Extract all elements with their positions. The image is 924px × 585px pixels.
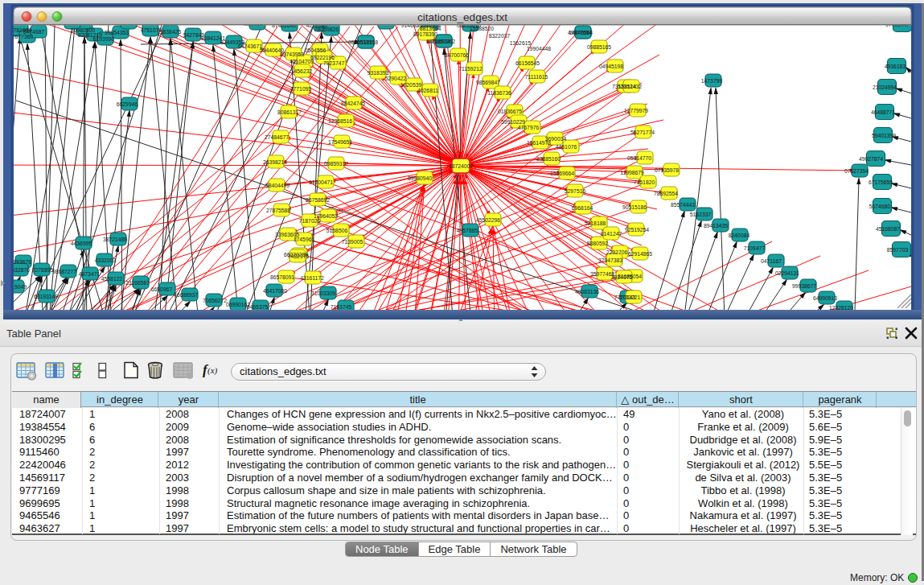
svg-text:67175655: 67175655	[869, 179, 893, 185]
svg-text:78892554: 78892554	[654, 191, 678, 196]
svg-text:4936183: 4936183	[885, 64, 906, 69]
svg-text:38721489: 38721489	[103, 237, 127, 242]
svg-text:4451076: 4451076	[556, 144, 577, 150]
svg-text:7109477: 7109477	[744, 245, 766, 251]
svg-text:6629946: 6629946	[117, 101, 138, 107]
svg-text:4751079: 4751079	[141, 27, 162, 33]
svg-text:84700766: 84700766	[445, 52, 469, 58]
svg-text:6690967: 6690967	[151, 286, 173, 292]
svg-text:71159212: 71159212	[458, 66, 483, 72]
svg-text:48083136: 48083136	[575, 289, 599, 295]
svg-text:4436995: 4436995	[71, 241, 92, 246]
svg-text:11836736: 11836736	[487, 90, 511, 96]
svg-text:07935978: 07935978	[655, 167, 679, 173]
svg-text:23166587: 23166587	[125, 280, 150, 286]
svg-text:46417080: 46417080	[263, 288, 287, 294]
svg-text:27875588: 27875588	[266, 208, 290, 213]
svg-text:7482175: 7482175	[288, 253, 310, 259]
svg-text:4771093: 4771093	[290, 86, 312, 92]
svg-text:61200471: 61200471	[309, 179, 333, 185]
svg-text:(x): (x)	[207, 365, 218, 376]
svg-text:37947383: 37947383	[598, 257, 622, 263]
svg-text:6474687: 6474687	[23, 29, 45, 35]
svg-text:8322037: 8322037	[489, 33, 511, 39]
svg-text:09885165: 09885165	[587, 44, 611, 50]
svg-text:4558122: 4558122	[101, 276, 123, 282]
svg-text:66156545: 66156545	[515, 60, 540, 66]
svg-text:1456232: 1456232	[291, 68, 313, 74]
svg-text:15588520: 15588520	[470, 26, 494, 31]
svg-text:59401399: 59401399	[872, 133, 896, 138]
svg-text:92519254: 92519254	[625, 227, 649, 233]
svg-text:28059826: 28059826	[314, 27, 339, 32]
svg-text:04945198: 04945198	[599, 64, 623, 69]
svg-text:7151820: 7151820	[634, 179, 655, 185]
svg-text:4332003: 4332003	[95, 257, 117, 263]
svg-text:5297516: 5297516	[565, 188, 586, 194]
svg-text:18724007: 18724007	[449, 163, 473, 169]
svg-text:02294131: 02294131	[775, 270, 799, 276]
svg-text:8813054: 8813054	[420, 26, 441, 31]
svg-text:3690034: 3690034	[545, 136, 567, 142]
svg-text:8597703: 8597703	[887, 247, 909, 253]
svg-text:8141247: 8141247	[601, 231, 622, 237]
svg-text:12328120: 12328120	[829, 305, 853, 311]
svg-text:1838425: 1838425	[160, 29, 182, 35]
svg-text:85574443: 85574443	[671, 202, 695, 208]
svg-text:1473799: 1473799	[701, 78, 723, 84]
svg-text:3924075: 3924075	[611, 274, 633, 280]
svg-text:62914865: 62914865	[628, 251, 652, 257]
svg-text:89980940: 89980940	[408, 175, 432, 181]
svg-text:7187026: 7187026	[299, 218, 321, 224]
svg-text:45502296: 45502296	[476, 217, 500, 223]
svg-text:8240084: 8240084	[729, 233, 750, 238]
svg-text:05865185: 05865185	[348, 39, 372, 45]
svg-text:5674680: 5674680	[869, 204, 891, 209]
svg-text:7139005: 7139005	[342, 239, 363, 245]
svg-text:86578091: 86578091	[270, 274, 294, 280]
svg-text:5158506: 5158506	[326, 228, 348, 233]
svg-text:17964053: 17964053	[314, 213, 338, 219]
svg-text:89413435: 89413435	[704, 223, 728, 229]
svg-text:46688937: 46688937	[174, 292, 198, 298]
svg-text:01836675: 01836675	[498, 109, 522, 114]
svg-text:5182337: 5182337	[690, 212, 712, 217]
svg-text:58404499: 58404499	[265, 183, 290, 188]
svg-text:69222196: 69222196	[310, 55, 335, 60]
svg-text:89178390: 89178390	[413, 31, 437, 37]
svg-text:27484677: 27484677	[265, 134, 289, 140]
svg-text:4873471: 4873471	[79, 271, 101, 277]
svg-text:9318393: 9318393	[368, 70, 389, 76]
svg-text:4767976: 4767976	[518, 125, 540, 130]
svg-text:7278895: 7278895	[32, 267, 54, 273]
svg-text:4026811: 4026811	[417, 88, 438, 93]
svg-text:7923747: 7923747	[323, 60, 345, 66]
svg-text:5218188: 5218188	[585, 220, 606, 226]
svg-text:0504556: 0504556	[305, 47, 326, 53]
svg-text:80861317: 80861317	[277, 109, 302, 115]
svg-text:98569847: 98569847	[476, 80, 500, 85]
svg-text:11998679: 11998679	[620, 170, 644, 175]
svg-text:17549651: 17549651	[328, 139, 352, 145]
svg-text:5290422: 5290422	[385, 76, 407, 81]
svg-text:5733221: 5733221	[619, 295, 641, 300]
svg-text:88424745: 88424745	[341, 101, 365, 106]
svg-text:49877694: 49877694	[568, 30, 592, 35]
svg-text:09743953: 09743953	[280, 51, 304, 57]
svg-text:99854353: 99854353	[105, 30, 129, 35]
svg-text:31003309: 31003309	[311, 290, 335, 296]
svg-text:71111615: 71111615	[525, 74, 548, 80]
svg-text:46488771: 46488771	[871, 109, 895, 115]
svg-text:05814770: 05814770	[627, 155, 651, 161]
svg-text:15969664: 15969664	[550, 171, 574, 176]
svg-text:7193745: 7193745	[331, 304, 352, 310]
svg-text:1020539: 1020539	[400, 82, 422, 88]
svg-text:citations_edges.txt: citations_edges.txt	[417, 11, 507, 23]
svg-text:19904448: 19904448	[527, 46, 551, 51]
svg-text:21024994: 21024994	[873, 84, 897, 90]
svg-text:99938677: 99938677	[792, 283, 816, 289]
svg-text:49027874: 49027874	[859, 156, 883, 162]
svg-text:90515186: 90515186	[622, 204, 647, 210]
svg-text:83885160: 83885160	[536, 156, 561, 162]
svg-text:4957885: 4957885	[457, 228, 478, 233]
